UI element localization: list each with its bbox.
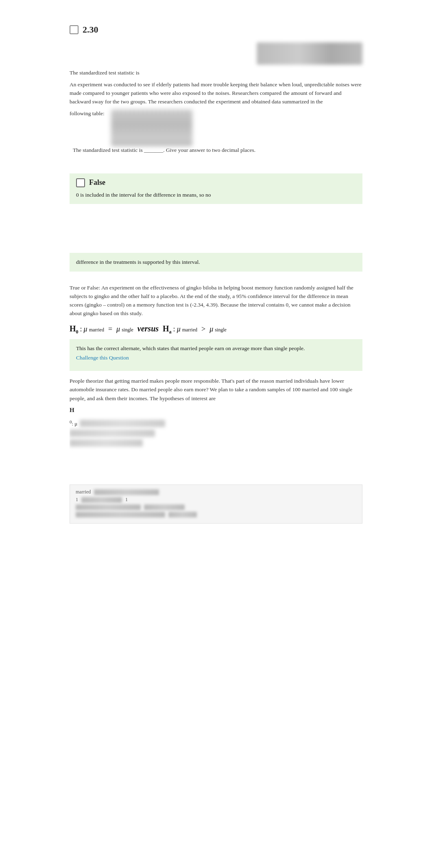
following-table-label: following table: bbox=[70, 110, 105, 118]
ha-mu: μ bbox=[177, 325, 181, 333]
top-image-area bbox=[70, 42, 362, 65]
challenge-question-link[interactable]: Challenge this Question bbox=[76, 355, 129, 361]
false-answer-block: False 0 is included in the interval for … bbox=[70, 173, 362, 204]
answer-icon-1 bbox=[70, 25, 79, 34]
blurred-line-1 bbox=[70, 430, 155, 437]
bottom-row-4 bbox=[76, 512, 356, 517]
table-blurred-image bbox=[111, 110, 192, 146]
gap-2 bbox=[70, 272, 362, 284]
false-answer-label: False bbox=[89, 178, 105, 187]
ha-symbol: Ha bbox=[163, 324, 172, 335]
ha-married-sub: married bbox=[182, 327, 197, 333]
hypothesis-answer-block: This has the correct alternate, which st… bbox=[70, 339, 362, 371]
h0-symbol: H0 bbox=[70, 324, 79, 335]
bottom-row-1: married bbox=[76, 489, 356, 495]
h0-sub-lower-label: 0: μ bbox=[70, 419, 77, 427]
blurred-pill-5 bbox=[76, 512, 165, 517]
following-table-rest: The standardized test statistic is _____… bbox=[73, 146, 255, 155]
false-answer-text-2: difference in the treatments is supporte… bbox=[76, 258, 356, 267]
bottom-row-3 bbox=[76, 504, 356, 510]
gap-3 bbox=[70, 371, 362, 377]
ha-subscript: a bbox=[169, 329, 172, 335]
false-answer-block-2: difference in the treatments is supporte… bbox=[70, 253, 362, 272]
h0-single-sub: single bbox=[122, 327, 133, 333]
false-answer-icon bbox=[76, 178, 85, 187]
bottom-gray-box: married 1 1 bbox=[70, 484, 362, 524]
question-text-2: An experiment was conducted to see if el… bbox=[70, 81, 362, 106]
ha-colon: : bbox=[173, 325, 175, 333]
top-blurred-image bbox=[257, 42, 362, 65]
h0-married-sub: married bbox=[89, 327, 104, 333]
lower-h-symbol: H bbox=[70, 407, 74, 414]
false-answer-header: False bbox=[76, 178, 356, 187]
gingko-question-text: True or False: An experiment on the effe… bbox=[70, 284, 362, 318]
blurred-pill-6 bbox=[168, 512, 197, 517]
following-table-row: following table: The standardized test s… bbox=[70, 110, 362, 158]
versus-text: versus bbox=[137, 324, 159, 333]
married-label: married bbox=[76, 489, 91, 495]
bottom-label-3: 1 bbox=[125, 497, 128, 503]
question-text-1: The standardized test statistic is bbox=[70, 69, 362, 77]
h0-colon: : bbox=[80, 325, 82, 333]
h0-mu: μ bbox=[84, 325, 87, 333]
h0-sub-lower-sup: 0 bbox=[70, 419, 72, 424]
page-container: 2.30 The standardized test statistic is … bbox=[61, 0, 371, 564]
blurred-content-area: 0: μ bbox=[70, 415, 362, 480]
hypothesis-line: H0 : μ married = μ single versus Ha : μ … bbox=[70, 324, 362, 335]
ha-single-sub: single bbox=[215, 327, 227, 333]
lower-h-line: H bbox=[70, 407, 362, 414]
h0-mu-row: 0: μ bbox=[70, 419, 362, 427]
blurred-pill-1 bbox=[94, 489, 159, 495]
h0-equals: = bbox=[108, 325, 112, 333]
ha-mu2: μ bbox=[209, 325, 213, 333]
h0-subscript: 0 bbox=[76, 329, 79, 335]
blurred-input-1 bbox=[80, 420, 165, 427]
gap-1 bbox=[70, 161, 362, 173]
false-answer-text-1: 0 is included in the interval for the di… bbox=[76, 191, 356, 199]
blurred-pill-3 bbox=[76, 504, 141, 510]
answer-block-1: 2.30 bbox=[70, 24, 362, 35]
married-question-text: People theorize that getting married mak… bbox=[70, 377, 362, 403]
bottom-row-2: 1 1 bbox=[76, 497, 356, 503]
blurred-pill-2 bbox=[81, 497, 122, 503]
ha-greater: > bbox=[201, 325, 205, 333]
blurred-pill-4 bbox=[144, 504, 185, 510]
answer-value-1: 2.30 bbox=[83, 24, 98, 35]
blurred-line-2 bbox=[70, 439, 143, 447]
middle-gap bbox=[70, 204, 362, 253]
bottom-label-2: 1 bbox=[76, 497, 78, 503]
hypothesis-answer-text: This has the correct alternate, which st… bbox=[76, 344, 356, 353]
h0-mu2: μ bbox=[116, 325, 120, 333]
